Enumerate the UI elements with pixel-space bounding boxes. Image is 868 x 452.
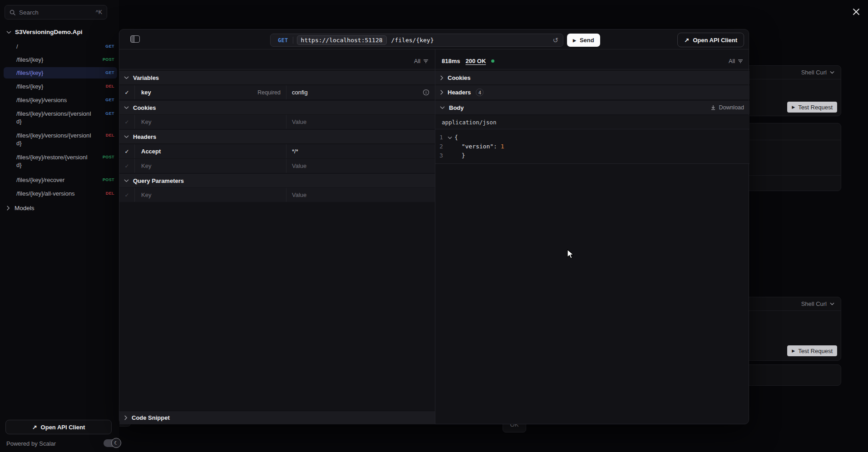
open-api-client-label: Open API Client: [693, 37, 737, 44]
header-key: Accept: [141, 148, 161, 155]
row-checkbox[interactable]: ✓: [119, 85, 135, 99]
response-body-code: 1 { 2 "version": 1 3 }: [435, 130, 750, 164]
endpoint-path: /files/{key}/restore/{versionId}: [16, 153, 93, 169]
query-value-input[interactable]: Value: [286, 188, 435, 202]
required-label: Required: [257, 89, 281, 96]
variable-value: config: [292, 89, 308, 96]
section-title: Headers: [448, 89, 471, 96]
divider: [293, 37, 293, 44]
section-cookies-header[interactable]: Cookies: [119, 101, 435, 114]
endpoint-path: /files/{key}/all-versions: [16, 190, 93, 197]
search-input[interactable]: Search ^K: [5, 5, 107, 20]
method-badge: DEL: [106, 84, 114, 88]
code-line: 3 }: [435, 151, 750, 160]
app-root: Shell Curl ▶ Test Request Shell Curl ▶ T…: [0, 0, 868, 452]
api-group-toggle[interactable]: S3VersioningDemo.Api: [6, 29, 83, 35]
section-title: Code Snippet: [132, 414, 170, 421]
response-section-cookies[interactable]: Cookies: [435, 71, 750, 84]
section-variables-header[interactable]: Variables: [119, 71, 435, 84]
play-icon: ▶: [573, 38, 576, 43]
row-checkbox[interactable]: ✓: [119, 159, 135, 173]
modal-topbar: GET https://localhost:51128 /files/{key}…: [119, 29, 749, 49]
sidebar-item-endpoint[interactable]: /files/{key}/recover POST: [4, 174, 117, 186]
line-number: 2: [435, 142, 445, 151]
section-query-parameters-header[interactable]: Query Parameters: [119, 174, 435, 187]
chevron-down-icon: [6, 30, 11, 34]
check-icon: ✓: [124, 148, 129, 155]
request-path[interactable]: /files/{key}: [391, 37, 434, 44]
powered-by-link[interactable]: Powered by Scalar: [6, 440, 56, 447]
value-placeholder: Value: [292, 162, 306, 169]
info-icon[interactable]: [423, 89, 429, 96]
key-placeholder: Key: [141, 162, 151, 169]
play-icon: ▶: [792, 349, 795, 353]
section-code-snippet-header[interactable]: Code Snippet: [119, 411, 435, 424]
variable-value-cell[interactable]: config: [286, 85, 435, 99]
header-value-input[interactable]: Value: [286, 159, 435, 173]
test-request-button: ▶ Test Request: [787, 102, 837, 113]
method-badge: GET: [105, 70, 114, 75]
sidebar-item-endpoint[interactable]: /files/{key}/versions GET: [4, 94, 117, 106]
row-checkbox[interactable]: ✓: [119, 144, 135, 158]
open-api-client-button[interactable]: ↗ Open API Client: [677, 33, 744, 47]
sidebar-item-endpoint[interactable]: /files/{key} DEL: [4, 81, 117, 92]
row-checkbox[interactable]: ✓: [119, 115, 135, 129]
query-key-input[interactable]: Key: [135, 188, 286, 202]
external-link-icon: ↗: [684, 37, 689, 44]
test-request-label: Test Request: [798, 348, 833, 354]
panel-toggle-icon[interactable]: [130, 35, 140, 43]
method-badge: POST: [103, 57, 114, 62]
sidebar-item-endpoint[interactable]: / GET: [4, 41, 117, 52]
check-icon: ✓: [124, 119, 129, 125]
response-section-headers[interactable]: Headers 4: [435, 85, 750, 99]
close-icon: [853, 8, 860, 15]
header-value-cell[interactable]: */*: [286, 144, 435, 158]
sidebar-item-endpoint[interactable]: /files/{key}/versions/{versionId} GET: [4, 108, 117, 127]
variable-key-cell[interactable]: key Required: [135, 85, 286, 99]
fold-chevron-icon[interactable]: [445, 136, 454, 139]
section-title: Variables: [133, 74, 159, 81]
method-badge: DEL: [106, 191, 114, 196]
row-checkbox[interactable]: ✓: [119, 188, 135, 202]
header-value: */*: [292, 148, 298, 155]
open-api-client-button[interactable]: ↗ Open API Client: [5, 420, 112, 434]
send-button[interactable]: ▶ Send: [567, 34, 600, 47]
models-label: Models: [15, 205, 35, 211]
sidebar-item-endpoint[interactable]: /files/{key}/all-versions DEL: [4, 188, 117, 199]
sidebar-item-endpoint[interactable]: /files/{key}/restore/{versionId} POST: [4, 152, 117, 171]
download-button[interactable]: Download: [710, 104, 744, 111]
headers-count-badge: 4: [476, 88, 483, 96]
snippet-lang-label: Shell Curl: [801, 300, 827, 307]
key-placeholder: Key: [141, 192, 151, 198]
sidebar-item-endpoint[interactable]: /files/{key} POST: [4, 54, 117, 65]
section-headers-header[interactable]: Headers: [119, 130, 435, 143]
history-icon[interactable]: ↺: [552, 37, 558, 44]
header-key-cell[interactable]: Accept: [135, 144, 286, 158]
chevron-right-icon: [124, 415, 128, 420]
base-url-chip[interactable]: https://localhost:51128: [297, 35, 387, 45]
chevron-down-icon: [124, 135, 129, 138]
query-param-row-empty: ✓ Key Value: [119, 188, 435, 202]
address-bar[interactable]: GET https://localhost:51128 /files/{key}…: [270, 34, 563, 47]
chevron-down-icon: [124, 76, 129, 79]
response-section-body[interactable]: Body Download: [435, 101, 750, 114]
sidebar-item-endpoint-selected[interactable]: /files/{key} GET: [4, 67, 117, 79]
section-title: Query Parameters: [133, 177, 184, 184]
header-row-accept: ✓ Accept */*: [119, 144, 435, 158]
value-placeholder: Value: [292, 118, 306, 125]
endpoint-path: /files/{key}: [16, 69, 93, 77]
close-button[interactable]: [852, 7, 861, 16]
request-filter-button[interactable]: All: [414, 58, 429, 64]
header-key-input[interactable]: Key: [135, 159, 286, 173]
sidebar-item-models[interactable]: Models: [6, 205, 35, 211]
method-badge: POST: [103, 155, 114, 159]
request-panel-header: All: [119, 53, 435, 69]
content-type-label: application/json: [442, 119, 496, 126]
response-filter-button[interactable]: All: [729, 58, 743, 64]
api-group-label: S3VersioningDemo.Api: [15, 29, 83, 35]
cookie-key-input[interactable]: Key: [135, 115, 286, 129]
response-status[interactable]: 200 OK: [465, 58, 486, 64]
sidebar-item-endpoint[interactable]: /files/{key}/versions/{versionId} DEL: [4, 130, 117, 149]
cookie-value-input[interactable]: Value: [286, 115, 435, 129]
theme-toggle[interactable]: ☾: [104, 439, 120, 447]
